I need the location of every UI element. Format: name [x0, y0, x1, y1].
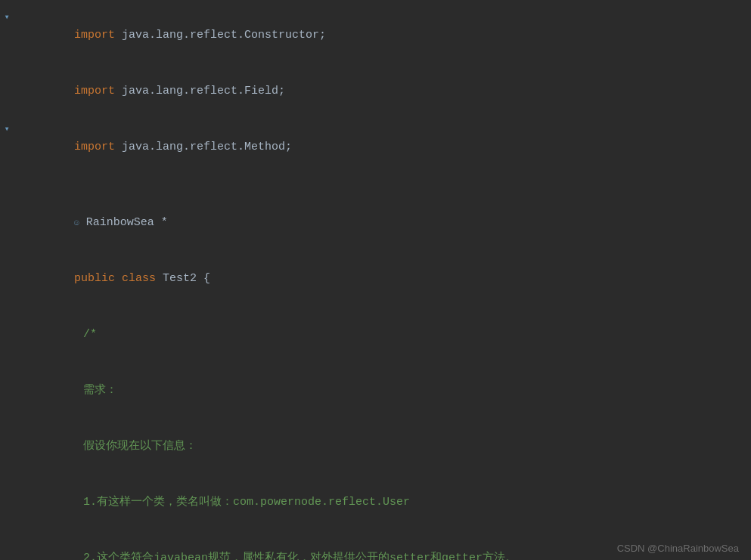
code-2: import java.lang.reflect.Field; [14, 64, 751, 119]
comment: 假设你现在以下信息： [83, 440, 197, 453]
comment: 需求： [83, 384, 117, 397]
line-3: ▾ import java.lang.reflect.Method; [0, 119, 751, 175]
code-1: import java.lang.reflect.Constructor; [14, 8, 751, 63]
editor: ▾ import java.lang.reflect.Constructor; … [0, 0, 751, 560]
code-10: 1.有这样一个类，类名叫做：com.powernode.reflect.User [14, 475, 751, 530]
fold-arrow-1[interactable]: ▾ [4, 11, 9, 25]
code-5: ☺ RainbowSea * [14, 196, 751, 250]
comment: 1.有这样一个类，类名叫做：com.powernode.reflect.User [83, 496, 410, 509]
keyword: import [74, 85, 115, 97]
code-8: 需求： [14, 364, 751, 418]
code-e1 [14, 176, 751, 194]
keyword: class [122, 272, 156, 285]
gutter-3: ▾ [0, 122, 14, 137]
line-2: import java.lang.reflect.Field; [0, 63, 751, 119]
keyword: import [74, 29, 115, 42]
code-area: ▾ import java.lang.reflect.Constructor; … [0, 0, 751, 560]
line-7: /* [0, 307, 751, 363]
keyword: public [74, 272, 115, 285]
person-icon: ☺ [74, 218, 79, 227]
line-6: public class Test2 { [0, 251, 751, 307]
keyword: import [74, 141, 115, 153]
line-8: 需求： [0, 363, 751, 419]
text: java.lang.reflect.Constructor; [115, 29, 326, 42]
code-6: public class Test2 { [14, 252, 751, 306]
text [115, 272, 122, 285]
line-10: 1.有这样一个类，类名叫做：com.powernode.reflect.User [0, 475, 751, 531]
line-empty-1 [0, 175, 751, 195]
text: Test2 { [156, 272, 210, 285]
text: java.lang.reflect.Method; [115, 141, 292, 153]
code-9: 假设你现在以下信息： [14, 419, 751, 474]
code-7: /* [14, 308, 751, 362]
comment: 2.这个类符合javabean规范，属性私有化，对外提供公开的setter和ge… [83, 552, 517, 560]
comment: /* [83, 328, 97, 341]
text: java.lang.reflect.Field; [115, 85, 285, 97]
line-1: ▾ import java.lang.reflect.Constructor; [0, 8, 751, 63]
line-5: ☺ RainbowSea * [0, 195, 751, 251]
text: RainbowSea * [79, 216, 168, 229]
code-3: import java.lang.reflect.Method; [14, 120, 751, 175]
line-9: 假设你现在以下信息： [0, 419, 751, 475]
gutter-1: ▾ [0, 11, 14, 25]
fold-arrow-3[interactable]: ▾ [4, 122, 9, 137]
watermark: CSDN @ChinaRainbowSea [617, 543, 739, 554]
